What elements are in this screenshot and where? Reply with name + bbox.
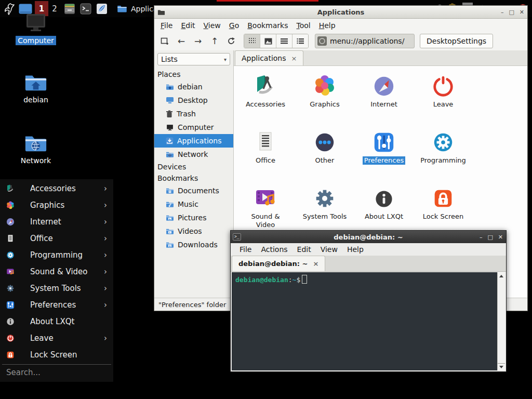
submenu-arrow-icon: ›	[104, 334, 107, 343]
scroll-down-icon[interactable]	[498, 363, 505, 370]
sidebar-item-network[interactable]: Network	[154, 148, 233, 161]
grid-item-preferences[interactable]: Preferences	[354, 127, 414, 183]
lock-screen-icon	[431, 187, 455, 210]
address-bar[interactable]: menu://applications/	[315, 34, 415, 48]
network-folder-icon	[166, 151, 174, 158]
terminal-scrollbar[interactable]	[497, 272, 505, 370]
fm-menu-file[interactable]: File	[156, 20, 177, 31]
grid-item-other[interactable]: Other	[295, 127, 354, 183]
terminal-screen[interactable]: debian@debian:~$	[232, 272, 498, 370]
menu-item-sound-video[interactable]: Sound & Video ›	[0, 263, 113, 280]
tab-close-icon[interactable]: ×	[313, 260, 318, 268]
terminal-menu-actions[interactable]: Actions	[256, 244, 292, 255]
graphics-icon	[312, 73, 337, 98]
fm-titlebar[interactable]: Applications – □ ✕	[154, 6, 527, 19]
sidebar-item-trash[interactable]: Trash	[154, 107, 233, 121]
desktop-icon-debian[interactable]: debian	[7, 72, 65, 104]
menu-search-input[interactable]	[5, 367, 110, 378]
fm-menu-view[interactable]: View	[200, 20, 225, 31]
sidebar-header-devices: Devices	[154, 161, 233, 172]
prompt-user-host: debian@debian	[235, 276, 288, 284]
sidebar-mode-selector[interactable]: Lists ▾	[157, 53, 230, 65]
terminal-menu-view[interactable]: View	[316, 244, 342, 255]
thumbnail-view-icon	[264, 38, 272, 45]
terminal-menu-edit[interactable]: Edit	[292, 244, 316, 255]
menu-item-graphics[interactable]: Graphics ›	[0, 197, 113, 214]
new-tab-icon	[161, 37, 169, 45]
terminal-menu-help[interactable]: Help	[342, 244, 368, 255]
about-lxqt-icon	[373, 188, 395, 210]
terminal-titlebar[interactable]: >_ debian@debian: ~ – □ ✕	[231, 231, 506, 243]
sidebar-item-desktop[interactable]: Desktop	[154, 94, 233, 107]
thumbnail-view-button[interactable]	[260, 34, 276, 48]
grid-item-office[interactable]: Office	[236, 127, 295, 183]
new-tab-button[interactable]	[157, 34, 172, 48]
quicklaunch-featherpad[interactable]	[96, 3, 108, 15]
sidebar-item-label: Trash	[177, 110, 196, 118]
fm-menu-help[interactable]: Help	[315, 20, 340, 31]
submenu-arrow-icon: ›	[104, 284, 107, 293]
menu-item-label: Preferences	[30, 300, 76, 310]
back-button[interactable]: ←	[174, 34, 189, 48]
forward-button[interactable]: →	[191, 34, 205, 48]
terminal-window-title: debian@debian: ~	[231, 233, 506, 241]
desktop-icon-computer[interactable]: Computer	[7, 10, 65, 45]
menu-item-internet[interactable]: Internet ›	[0, 214, 113, 230]
sidebar-item-documents[interactable]: Documents	[154, 184, 233, 197]
sidebar-item-debian[interactable]: debian	[154, 80, 233, 94]
grid-item-label: Preferences	[363, 156, 405, 165]
menu-item-system-tools[interactable]: System Tools ›	[0, 280, 113, 297]
grid-item-programming[interactable]: Programming	[414, 127, 473, 183]
compact-view-button[interactable]	[292, 34, 308, 48]
scroll-up-icon[interactable]	[498, 273, 505, 279]
menu-item-preferences[interactable]: Preferences ›	[0, 297, 113, 313]
quicklaunch-terminal[interactable]	[79, 3, 92, 15]
fm-toolbar: ← → ↑	[154, 32, 527, 51]
menu-item-leave[interactable]: Leave ›	[0, 330, 113, 347]
sidebar-item-computer[interactable]: Computer	[154, 121, 233, 134]
grid-item-accessories[interactable]: Accessories	[236, 71, 295, 127]
grid-item-internet[interactable]: Internet	[354, 71, 414, 127]
office-icon	[253, 129, 278, 154]
sidebar-item-pictures[interactable]: Pictures	[154, 211, 233, 224]
fm-tab-applications[interactable]: Applications ×	[235, 50, 303, 65]
menu-item-about-lxqt[interactable]: About LXQt	[0, 313, 113, 330]
grid-item-label: Office	[254, 156, 277, 165]
menu-item-programming[interactable]: Programming ›	[0, 247, 113, 263]
sidebar-item-label: Pictures	[178, 214, 206, 222]
quicklaunch-file-manager[interactable]	[63, 3, 76, 15]
menu-item-lock-screen[interactable]: Lock Screen	[0, 347, 113, 363]
fm-menu-bookmarks[interactable]: Bookmarks	[243, 20, 292, 31]
fm-menu-edit[interactable]: Edit	[177, 20, 199, 31]
fm-menu-tool[interactable]: Tool	[292, 20, 314, 31]
up-button[interactable]: ↑	[207, 34, 222, 48]
sound-video-icon	[253, 185, 278, 210]
terminal-window: >_ debian@debian: ~ – □ ✕ File Actions E…	[230, 230, 507, 372]
desktop-settings-button[interactable]: DesktopSettings	[420, 34, 493, 48]
icon-view-button[interactable]	[244, 34, 260, 48]
leave-icon	[431, 74, 455, 98]
menu-item-accessories[interactable]: Accessories ›	[0, 180, 113, 197]
pictures-folder-icon	[166, 214, 174, 221]
grid-item-label: Accessories	[244, 100, 287, 109]
desktop-icon-network[interactable]: Network	[7, 132, 65, 165]
sidebar-item-downloads[interactable]: Downloads	[154, 238, 233, 251]
fm-menu-go[interactable]: Go	[225, 20, 243, 31]
tab-close-icon[interactable]: ×	[291, 55, 297, 62]
grid-item-leave[interactable]: Leave	[414, 71, 473, 127]
terminal-icon	[79, 3, 92, 15]
terminal-menu-file[interactable]: File	[235, 244, 256, 255]
videos-folder-icon	[166, 228, 174, 235]
detailed-list-button[interactable]	[276, 34, 292, 48]
terminal-tab[interactable]: debian@debian: ~ ×	[232, 256, 325, 271]
menu-item-label: Lock Screen	[30, 350, 77, 360]
downloads-folder-icon	[166, 241, 174, 248]
reload-button[interactable]	[224, 34, 238, 48]
network-folder-icon	[24, 132, 48, 153]
sidebar-item-music[interactable]: Music	[154, 197, 233, 211]
grid-item-graphics[interactable]: Graphics	[295, 71, 354, 127]
system-tools-icon	[313, 187, 337, 210]
sidebar-item-videos[interactable]: Videos	[154, 224, 233, 238]
menu-item-office[interactable]: Office ›	[0, 230, 113, 247]
sidebar-item-applications[interactable]: Applications	[154, 134, 233, 148]
